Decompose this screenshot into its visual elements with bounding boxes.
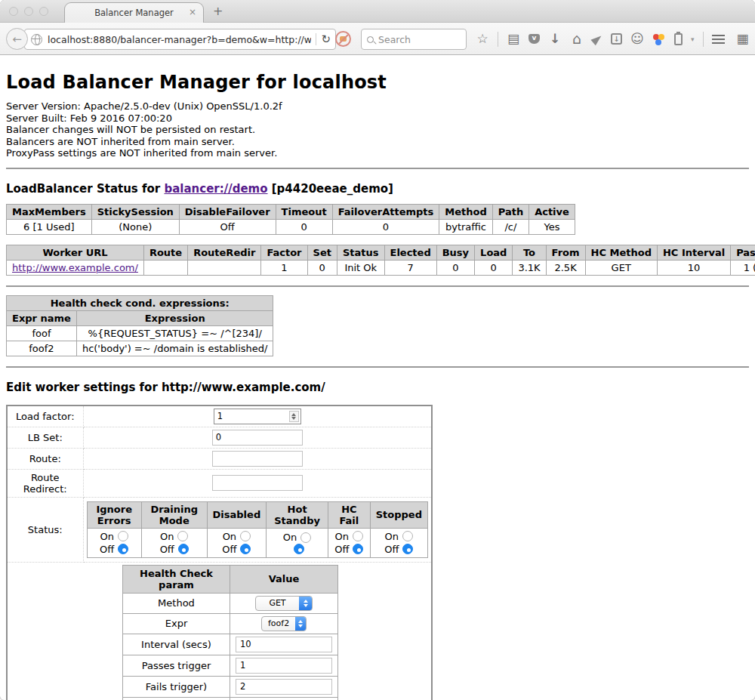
search-bar[interactable]: Search xyxy=(361,29,467,50)
disabled-off-radio[interactable] xyxy=(240,544,251,554)
lb-set-label: LB Set: xyxy=(7,427,83,448)
on-label: On xyxy=(335,530,349,543)
hc-param-row: Method GET xyxy=(123,593,338,613)
load-factor-input[interactable] xyxy=(214,409,288,424)
table-cell: 1 (0) xyxy=(731,260,755,275)
reload-icon[interactable]: ↻ xyxy=(321,32,331,46)
colored-dots-addon-icon[interactable] xyxy=(652,33,666,45)
tab-balancer-manager[interactable]: Balancer Manager × xyxy=(64,2,204,23)
expr-name-cell: foof xyxy=(7,325,77,341)
edit-worker-form: Load factor: LB Set: Route: Route Redire… xyxy=(6,405,433,700)
fails-input[interactable] xyxy=(236,679,332,695)
expr-name-cell: foof2 xyxy=(7,341,77,356)
form-row-hc-params: Health Check param Value Method GET xyxy=(7,562,432,700)
off-label: Off xyxy=(100,543,114,556)
form-value-cell xyxy=(83,427,432,448)
table-cell: Yes xyxy=(529,219,575,234)
device-battery-icon[interactable] xyxy=(674,33,683,45)
status-radio-cell-hot-standby: On xyxy=(267,528,328,557)
zoom-window-button[interactable] xyxy=(39,7,48,16)
hc-param-row: Fails trigger) xyxy=(123,676,338,697)
column-header: Factor xyxy=(261,245,307,260)
table-cell: 2.5K xyxy=(546,260,585,275)
column-header: DisableFailover xyxy=(179,204,276,219)
ignore-errors-off-radio[interactable] xyxy=(118,544,128,554)
heading-suffix: [p4420eeae_demo] xyxy=(268,182,393,196)
table-cell: 0 xyxy=(332,219,439,234)
bookmark-star-icon[interactable]: ☆ xyxy=(476,32,489,45)
hc-expressions-table: Health check cond. expressions: Expr nam… xyxy=(6,295,273,356)
hc-uri-cell xyxy=(230,697,338,700)
hot-standby-on-radio[interactable] xyxy=(300,532,311,543)
fails-cell xyxy=(230,676,338,697)
worker-url-link[interactable]: http://www.example.com/ xyxy=(12,262,138,273)
select-arrows-icon xyxy=(299,596,312,611)
tab-close-icon[interactable]: × xyxy=(189,7,196,17)
close-window-button[interactable] xyxy=(9,7,18,16)
on-label: On xyxy=(160,530,174,543)
status-radio-cell-stopped: On Off xyxy=(370,528,427,557)
table-cell: 6 [1 Used] xyxy=(7,219,92,234)
pocket-icon[interactable]: v xyxy=(528,34,540,44)
expr-select-value: foof2 xyxy=(262,618,295,628)
adblock-icon[interactable] xyxy=(335,31,351,47)
tab-groups-icon[interactable]: ▦ xyxy=(736,32,750,45)
column-header: To xyxy=(513,245,546,260)
balancer-demo-link[interactable]: balancer://demo xyxy=(164,182,267,196)
form-row-status: Status: Ignore Errors Draining Mode Disa… xyxy=(7,497,432,562)
column-header: Active xyxy=(529,204,575,219)
hc-fail-on-radio[interactable] xyxy=(353,531,363,541)
hc-params-table: Health Check param Value Method GET xyxy=(122,565,338,700)
form-row: LB Set: xyxy=(7,427,432,448)
lb-set-input[interactable] xyxy=(212,430,303,446)
status-radio-row: On Off On Off On Off xyxy=(87,528,428,557)
url-text[interactable]: localhost:8880/balancer-manager?b=demo&w… xyxy=(48,34,311,45)
url-bar[interactable]: localhost:8880/balancer-manager?b=demo&w… xyxy=(24,29,336,50)
method-select[interactable]: GET xyxy=(255,596,313,611)
hot-standby-off-radio[interactable] xyxy=(294,544,304,554)
tab-bar: Balancer Manager × + xyxy=(0,0,755,23)
chevron-down-icon[interactable]: ▾ xyxy=(691,35,695,43)
expr-select[interactable]: foof2 xyxy=(261,616,307,631)
feedback-smiley-icon[interactable]: ☺ xyxy=(630,32,644,45)
interval-input[interactable] xyxy=(236,637,332,652)
menu-hamburger-icon[interactable] xyxy=(712,35,725,37)
table-cell: 0 xyxy=(307,260,337,275)
table-row: foof %{REQUEST_STATUS} =~ /^[234]/ xyxy=(7,325,273,341)
table-cell: 1 xyxy=(261,260,307,275)
new-tab-button[interactable]: + xyxy=(213,4,223,18)
on-label: On xyxy=(100,530,113,543)
send-tab-icon[interactable] xyxy=(590,32,603,45)
route-label: Route: xyxy=(7,448,83,469)
stopped-off-radio[interactable] xyxy=(402,544,413,554)
number-stepper-icon[interactable] xyxy=(289,411,299,422)
form-row: Load factor: xyxy=(7,406,432,427)
home-icon[interactable]: ⌂ xyxy=(570,32,584,46)
column-header: HC Fail xyxy=(328,501,371,528)
stopped-on-radio[interactable] xyxy=(402,531,413,541)
column-header: Draining Mode xyxy=(141,501,207,528)
hc-params-cell: Health Check param Value Method GET xyxy=(7,562,432,700)
route-input[interactable] xyxy=(212,451,303,467)
passes-input[interactable] xyxy=(236,658,332,674)
expr-value-cell: %{REQUEST_STATUS} =~ /^[234]/ xyxy=(76,325,273,341)
window-controls xyxy=(9,7,48,16)
downloads-icon[interactable]: ↓ xyxy=(548,32,562,45)
passes-label: Passes trigger xyxy=(123,655,230,676)
minimize-window-button[interactable] xyxy=(24,7,33,16)
disabled-on-radio[interactable] xyxy=(240,531,251,541)
ignore-errors-on-radio[interactable] xyxy=(118,531,128,541)
hc-fail-off-radio[interactable] xyxy=(353,544,363,554)
server-version-line: Server Version: Apache/2.5.0-dev (Unix) … xyxy=(6,100,749,113)
form-row: Route: xyxy=(7,448,432,469)
save-page-icon[interactable]: ↓ xyxy=(611,33,622,45)
back-button[interactable]: ← xyxy=(6,28,28,50)
worker-table: Worker URL Route RouteRedir Factor Set S… xyxy=(6,245,755,276)
page-content: Load Balancer Manager for localhost Serv… xyxy=(0,72,755,700)
draining-mode-on-radio[interactable] xyxy=(177,531,188,541)
column-header: Set xyxy=(307,245,337,260)
reading-list-icon[interactable]: ▤ xyxy=(507,32,520,45)
table-cell: Off xyxy=(179,219,276,234)
draining-mode-off-radio[interactable] xyxy=(178,544,189,554)
route-redirect-input[interactable] xyxy=(212,475,303,491)
